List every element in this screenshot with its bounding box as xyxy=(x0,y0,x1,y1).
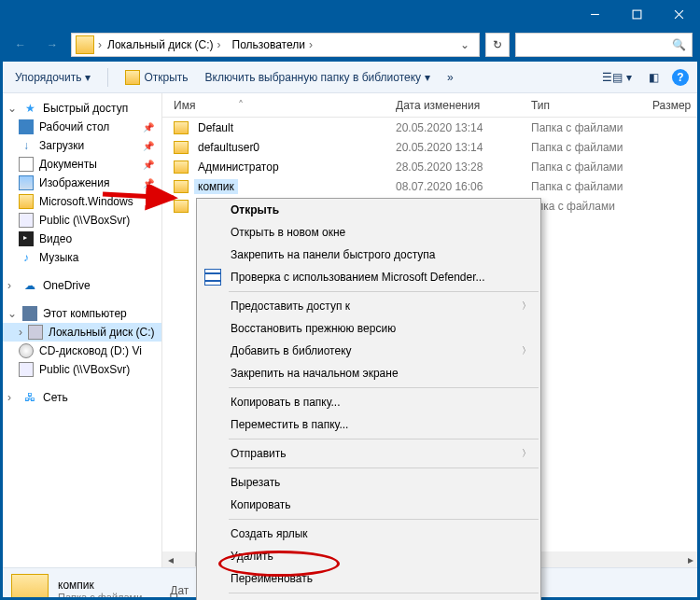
close-button[interactable] xyxy=(658,0,700,28)
ctx-pin-to-start[interactable]: Закрепить на начальном экране xyxy=(197,362,540,384)
file-date: 20.05.2020 13:14 xyxy=(396,141,531,154)
sidebar-onedrive[interactable]: ›☁OneDrive xyxy=(2,276,161,295)
forward-button[interactable]: → xyxy=(39,32,65,58)
ctx-open-new-window[interactable]: Открыть в новом окне xyxy=(197,221,540,244)
sidebar-item-local-disk[interactable]: ›Локальный диск (C:) xyxy=(2,323,161,342)
breadcrumb-segment[interactable]: Локальный диск (C:)› xyxy=(102,34,227,56)
ctx-pin-quick-access[interactable]: Закрепить на панели быстрого доступа xyxy=(197,244,540,266)
file-name: defaultuser0 xyxy=(194,140,263,155)
documents-icon xyxy=(19,157,34,172)
ctx-properties[interactable]: Свойства xyxy=(197,596,540,600)
ctx-label: Вырезать xyxy=(231,476,280,489)
breadcrumb-label: Пользователи xyxy=(232,38,305,51)
breadcrumb-label: Локальный диск (C:) xyxy=(107,38,214,51)
sidebar-label: CD-дисковод (D:) Vi xyxy=(39,344,142,357)
separator xyxy=(229,467,539,468)
file-type: апка с файлами xyxy=(531,200,652,213)
sidebar-item-desktop[interactable]: Рабочий стол📌 xyxy=(2,118,161,136)
ctx-restore-previous[interactable]: Восстановить прежнюю версию xyxy=(197,317,540,340)
pictures-icon xyxy=(19,175,34,190)
computer-icon xyxy=(22,306,37,321)
ctx-copy[interactable]: Копировать xyxy=(197,494,540,516)
breadcrumb-bar[interactable]: › Локальный диск (C:)› Пользователи› ⌄ xyxy=(71,33,480,57)
breadcrumb-segment[interactable]: Пользователи› xyxy=(227,34,318,56)
view-list-icon: ☰▤ xyxy=(602,71,623,84)
ctx-delete[interactable]: Удалить xyxy=(197,545,540,567)
search-input[interactable]: 🔍 xyxy=(515,33,693,57)
toolbar-overflow[interactable]: » xyxy=(443,69,457,86)
table-row[interactable]: Default 20.05.2020 13:14 Папка с файлами xyxy=(162,118,698,137)
folder-icon xyxy=(174,121,189,134)
ctx-add-to-library[interactable]: Добавить в библиотеку〉 xyxy=(197,340,540,362)
organize-menu[interactable]: Упорядочить ▾ xyxy=(11,69,94,86)
sidebar-item-cd-drive[interactable]: CD-дисковод (D:) Vi xyxy=(2,342,161,360)
ctx-label: Переименовать xyxy=(231,572,313,585)
sidebar-item-videos[interactable]: Видео xyxy=(2,230,161,248)
folder-icon xyxy=(174,160,189,174)
column-header-size[interactable]: Размер xyxy=(652,99,698,112)
ctx-open[interactable]: Открыть xyxy=(197,199,540,221)
minimize-button[interactable] xyxy=(574,0,616,28)
sidebar-item-music[interactable]: ♪Музыка xyxy=(2,248,161,267)
breadcrumb-dropdown[interactable]: ⌄ xyxy=(455,38,475,51)
ctx-create-shortcut[interactable]: Создать ярлык xyxy=(197,523,540,545)
sidebar-network[interactable]: ›🖧Сеть xyxy=(2,388,161,407)
open-label: Открыть xyxy=(144,71,188,84)
table-row-selected[interactable]: компик 08.07.2020 16:06 Папка с файлами xyxy=(162,176,698,196)
sidebar-quick-access[interactable]: ⌄★Быстрый доступ xyxy=(2,99,161,118)
chevron-right-icon: 〉 xyxy=(522,300,531,313)
expander-icon: ⌄ xyxy=(7,307,17,320)
scroll-right-arrow[interactable]: ▸ xyxy=(682,551,698,567)
ctx-cut[interactable]: Вырезать xyxy=(197,471,540,494)
column-header-name[interactable]: Имя˄ xyxy=(162,99,396,112)
open-button[interactable]: Открыть xyxy=(121,68,191,87)
view-options-menu[interactable]: ☰▤ ▾ xyxy=(598,69,636,86)
separator xyxy=(229,291,539,292)
refresh-button[interactable]: ↻ xyxy=(485,33,510,57)
preview-pane-button[interactable]: ◧ xyxy=(645,69,663,86)
table-row[interactable]: Администратор 28.05.2020 13:28 Папка с ф… xyxy=(162,157,698,176)
sidebar-item-network-drive[interactable]: Public (\\VBoxSvr) xyxy=(2,360,161,379)
ctx-send-to[interactable]: Отправить〉 xyxy=(197,442,540,465)
sidebar-item-network-folder[interactable]: Public (\\VBoxSvr) xyxy=(2,211,161,230)
refresh-icon: ↻ xyxy=(493,38,502,51)
table-row[interactable]: defaultuser0 20.05.2020 13:14 Папка с фа… xyxy=(162,137,698,157)
file-type: Папка с файлами xyxy=(531,121,652,134)
sidebar-item-documents[interactable]: Документы📌 xyxy=(2,155,161,174)
scroll-left-arrow[interactable]: ◂ xyxy=(162,551,178,567)
column-headers: Имя˄ Дата изменения Тип Размер xyxy=(162,93,698,118)
help-button[interactable]: ? xyxy=(672,69,689,86)
chevron-right-icon: › xyxy=(217,38,221,51)
ctx-copy-to-folder[interactable]: Копировать в папку... xyxy=(197,391,540,413)
ctx-rename[interactable]: Переименовать xyxy=(197,567,540,590)
include-library-menu[interactable]: Включить выбранную папку в библиотеку ▾ xyxy=(202,69,435,86)
network-icon: 🖧 xyxy=(22,390,37,405)
expander-icon: › xyxy=(19,326,22,339)
navigation-bar: ← → › Локальный диск (C:)› Пользователи›… xyxy=(0,28,700,62)
expander-icon: ⌄ xyxy=(7,102,17,115)
ctx-label: Копировать в папку... xyxy=(231,396,341,409)
sidebar-label: Быстрый доступ xyxy=(43,102,128,115)
details-name: компик xyxy=(58,579,142,592)
sort-asc-icon: ˄ xyxy=(238,99,244,112)
ctx-defender-scan[interactable]: Проверка с использованием Microsoft Defe… xyxy=(197,266,540,288)
maximize-button[interactable] xyxy=(616,0,658,28)
sidebar-label: Public (\\VBoxSvr) xyxy=(39,214,130,227)
music-icon: ♪ xyxy=(19,250,34,265)
ctx-give-access[interactable]: Предоставить доступ к〉 xyxy=(197,295,540,317)
desktop-icon xyxy=(19,119,34,134)
sidebar-this-pc[interactable]: ⌄Этот компьютер xyxy=(2,304,161,323)
file-type: Папка с файлами xyxy=(531,160,652,174)
column-header-date[interactable]: Дата изменения xyxy=(396,99,531,112)
organize-label: Упорядочить xyxy=(15,71,81,84)
column-header-type[interactable]: Тип xyxy=(531,99,652,112)
back-button[interactable]: ← xyxy=(7,32,34,58)
ctx-label: Удалить xyxy=(231,550,273,563)
ctx-move-to-folder[interactable]: Переместить в папку... xyxy=(197,413,540,436)
pin-icon: 📌 xyxy=(143,141,154,151)
sidebar-item-downloads[interactable]: ↓Загрузки📌 xyxy=(2,136,161,155)
command-toolbar: Упорядочить ▾ Открыть Включить выбранную… xyxy=(2,62,698,93)
folder-icon xyxy=(76,35,94,54)
preview-pane-icon: ◧ xyxy=(649,71,659,84)
folder-icon xyxy=(19,194,34,209)
